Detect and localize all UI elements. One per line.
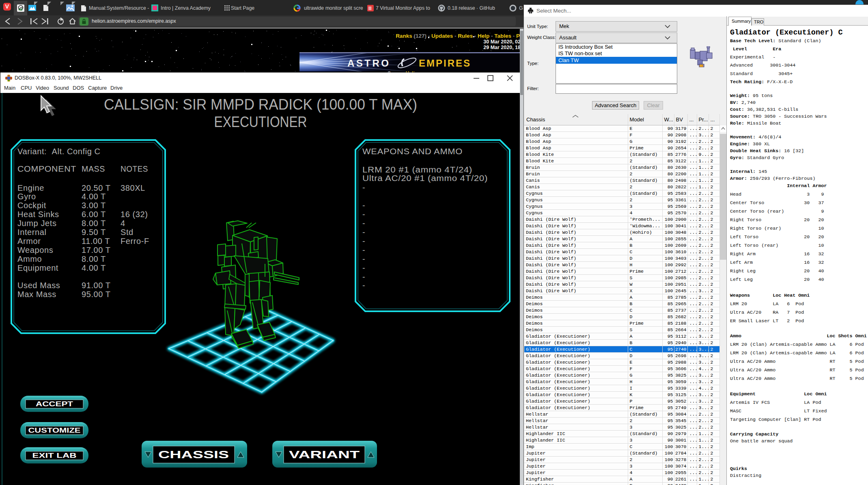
svg-text:Internal: Internal <box>17 228 47 237</box>
svg-text:Weapons: Weapons <box>17 246 53 254</box>
svg-text:-: - <box>362 237 365 246</box>
svg-text:91.00 T: 91.00 T <box>82 281 111 290</box>
svg-text:Heat Sinks: Heat Sinks <box>17 210 59 219</box>
svg-text:95.00 T: 95.00 T <box>82 290 111 299</box>
svg-text:-: - <box>362 219 365 228</box>
svg-text:6.00 T: 6.00 T <box>82 210 106 219</box>
svg-text:Max Mass: Max Mass <box>17 290 56 299</box>
svg-text:-: - <box>362 263 365 272</box>
svg-text:4.00 T: 4.00 T <box>82 263 106 272</box>
svg-text:CHASSIS: CHASSIS <box>158 448 229 461</box>
svg-text:17.00 T: 17.00 T <box>82 246 111 254</box>
svg-text:VARIANT: VARIANT <box>289 448 360 461</box>
svg-text:Engine: Engine <box>17 183 44 192</box>
svg-text:Used Mass: Used Mass <box>17 281 60 290</box>
svg-text:-: - <box>362 272 365 281</box>
svg-text:11.00 T: 11.00 T <box>82 237 110 246</box>
svg-text:EXECUTIONER: EXECUTIONER <box>214 114 307 130</box>
svg-text:Ultra AC/20 #1 (ammo 4T/20): Ultra AC/20 #1 (ammo 4T/20) <box>362 174 488 183</box>
svg-text:Gyro: Gyro <box>17 192 36 201</box>
svg-text:9.50 T: 9.50 T <box>82 228 106 237</box>
svg-text:Cockpit: Cockpit <box>17 201 46 210</box>
svg-text:Jump Jets: Jump Jets <box>17 219 57 228</box>
svg-text:-: - <box>362 201 365 210</box>
svg-text:380XL: 380XL <box>121 183 145 192</box>
svg-text:4.00 T: 4.00 T <box>82 192 106 201</box>
svg-text:-: - <box>362 210 365 219</box>
svg-text:CALLSIGN: SIR MMPD RADICK (100: CALLSIGN: SIR MMPD RADICK (100.00 T MAX) <box>104 96 417 113</box>
svg-text:-: - <box>362 228 365 237</box>
svg-text:Armor: Armor <box>17 237 41 246</box>
svg-text:-: - <box>362 254 365 263</box>
svg-text:MASS: MASS <box>82 164 105 173</box>
svg-text:COMPONENT: COMPONENT <box>17 164 76 173</box>
svg-text:Equipment: Equipment <box>17 263 58 272</box>
svg-text:Ammo: Ammo <box>17 254 42 263</box>
svg-text:-: - <box>362 183 365 192</box>
svg-text:ACCEPT: ACCEPT <box>36 400 73 408</box>
svg-text:16 (32): 16 (32) <box>121 210 148 219</box>
svg-text:20.50 T: 20.50 T <box>82 183 111 192</box>
svg-text:3.00 T: 3.00 T <box>82 201 106 210</box>
svg-text:8.00 T: 8.00 T <box>82 254 106 263</box>
svg-text:4: 4 <box>121 219 125 228</box>
svg-text:EXIT LAB: EXIT LAB <box>32 452 77 459</box>
svg-text:LRM 20 #1 (ammo 4T/24): LRM 20 #1 (ammo 4T/24) <box>362 165 472 174</box>
svg-text:-: - <box>362 246 365 254</box>
svg-text:WEAPONS AND AMMO: WEAPONS AND AMMO <box>362 147 463 156</box>
svg-text:NOTES: NOTES <box>121 164 148 173</box>
svg-text:Ferro-F: Ferro-F <box>121 237 149 246</box>
svg-text:-: - <box>362 281 365 290</box>
svg-text:8.00 T: 8.00 T <box>82 219 106 228</box>
svg-text:Variant: Alt. Config C: Variant: Alt. Config C <box>17 147 101 156</box>
svg-text:CUSTOMIZE: CUSTOMIZE <box>28 427 81 434</box>
svg-text:Std: Std <box>121 228 134 237</box>
